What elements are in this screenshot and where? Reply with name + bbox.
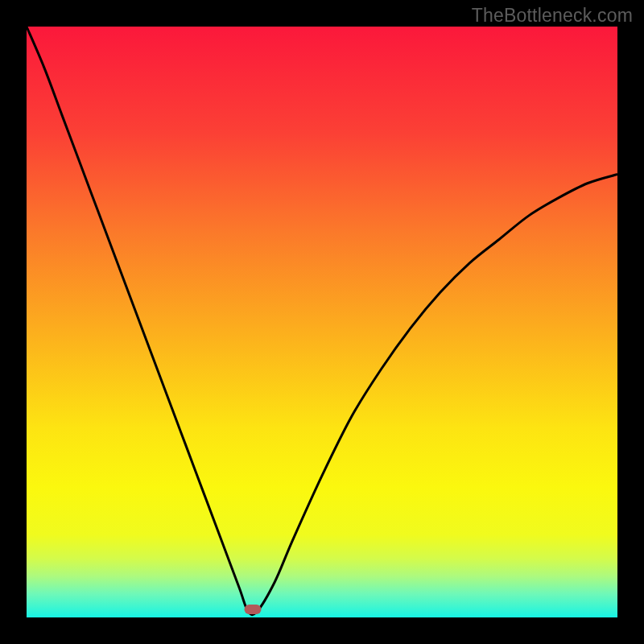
bottleneck-curve: [27, 27, 617, 615]
watermark-text: TheBottleneck.com: [472, 5, 633, 27]
chart-frame: TheBottleneck.com: [0, 0, 644, 644]
chart-svg: [27, 27, 617, 617]
optimal-point-marker: [245, 605, 262, 614]
